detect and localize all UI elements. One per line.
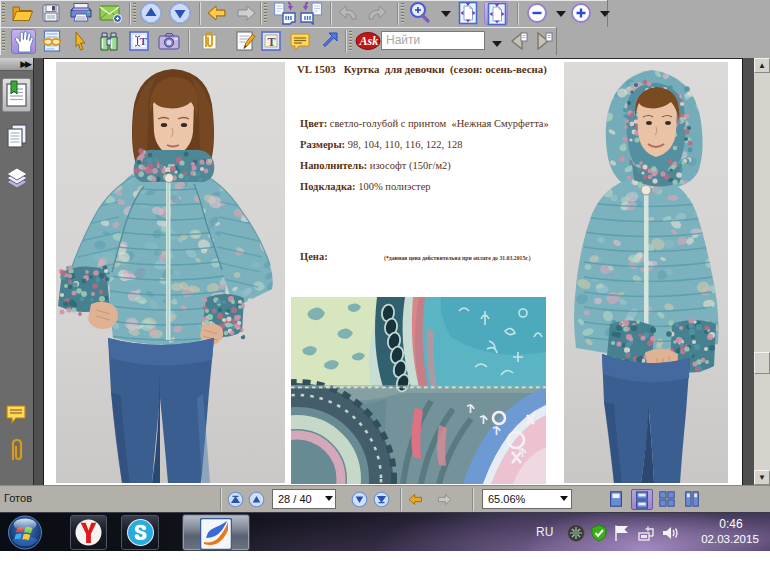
svg-text:T: T [140,35,148,47]
svg-text:Ask: Ask [359,34,379,48]
svg-text:T: T [268,35,276,49]
